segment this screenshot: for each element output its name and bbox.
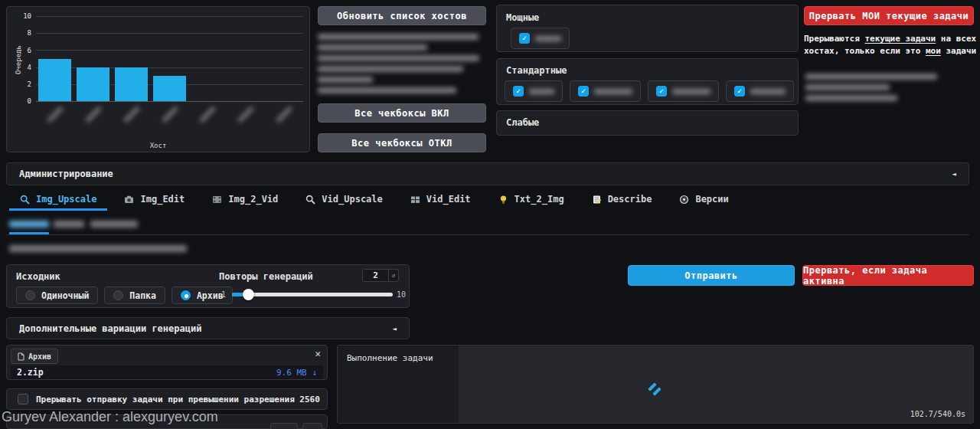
accordion-collapse-icon: ◄ (952, 170, 956, 178)
radio-single[interactable]: Одиночный (16, 287, 98, 304)
tab-versions[interactable]: Версии (668, 190, 739, 211)
radio-folder[interactable]: Папка (104, 287, 165, 304)
checkbox-checked-icon: ✓ (578, 86, 589, 97)
clipped-bottom-panel (6, 414, 328, 429)
resolution-limit-label: Прерывать отправку задачи при превышении… (36, 395, 320, 404)
host-checkbox[interactable]: ✓ (505, 80, 563, 102)
admin-accordion[interactable]: Администрирование ◄ (6, 162, 969, 185)
group-standard-label: Стандартные (506, 65, 798, 76)
chart-xlabel: Хост (7, 142, 309, 149)
blurred-host-name (535, 36, 561, 41)
clock-icon (679, 195, 689, 205)
group-powerful-label: Мощные (506, 12, 798, 23)
blurred-xtick-label (123, 106, 140, 123)
tab-vid-edit[interactable]: Vid_Edit (400, 190, 482, 211)
checkbox-checked-icon: ✓ (513, 86, 524, 97)
group-standard: Стандартные ✓ ✓ ✓ ✓ (496, 58, 799, 105)
all-checkboxes-on-button[interactable]: Все чекбоксы ВКЛ (318, 103, 486, 123)
host-checkbox[interactable]: ✓ (726, 80, 794, 102)
queue-chart: Очередь 10 8 6 4 2 0 (6, 6, 310, 152)
memo-icon (592, 195, 602, 205)
interrupt-my-tasks-button[interactable]: Прервать МОИ текущие задачи (804, 6, 974, 25)
tab-img-edit[interactable]: Img_Edit (113, 190, 195, 211)
blurred-note-text (805, 74, 947, 101)
group-weak: Слабые (496, 110, 799, 136)
slider-min-label: 1 (221, 290, 226, 299)
tab-describe[interactable]: Describe (581, 190, 663, 211)
tab-img-upscale[interactable]: Img_Upscale (9, 190, 107, 211)
checkbox-checked-icon: ✓ (734, 86, 745, 97)
loading-spinner-icon (648, 382, 663, 398)
interrupt-if-active-button[interactable]: Прервать, если задача активна (802, 265, 974, 286)
task-label: Выполнение задачи (338, 345, 459, 363)
tab-vid-upscale[interactable]: Vid_Upscale (295, 190, 393, 211)
chart-xticks (36, 103, 303, 134)
interrupt-note: Прерываются текущие задачи на всех хоста… (804, 33, 977, 57)
ytick: 4 (15, 64, 31, 71)
task-label-box: Выполнение задачи (338, 345, 459, 423)
blurred-host-name (594, 89, 632, 94)
blurred-xtick-label (85, 106, 102, 123)
subtab[interactable] (90, 221, 138, 230)
chart-bar (38, 59, 71, 102)
grid-icon (410, 195, 420, 205)
magnifier-icon (20, 195, 30, 205)
blurred-xtick-label (276, 106, 292, 123)
admin-accordion-label: Администрирование (19, 169, 113, 179)
send-button[interactable]: Отправить (628, 265, 795, 286)
film-icon (212, 195, 222, 205)
blurred-xtick-label (199, 106, 216, 123)
subtab[interactable] (54, 221, 84, 230)
bulb-icon (498, 195, 508, 205)
chart-plot-area (36, 16, 303, 102)
subtabs-divider (6, 234, 969, 235)
reset-icon[interactable]: ↺ (388, 270, 398, 281)
ytick: 0 (15, 97, 31, 105)
resolution-limit-checkbox-row[interactable]: ✓ Прерывать отправку задачи при превышен… (6, 388, 328, 410)
group-weak-label: Слабые (506, 117, 798, 128)
group-powerful: Мощные ✓ (496, 5, 799, 52)
repeats-slider-handle[interactable] (243, 289, 254, 300)
chart-bar (153, 76, 186, 101)
blurred-host-name (750, 89, 786, 94)
repeats-number-input[interactable]: 2 ↺ (362, 269, 399, 282)
host-checkbox[interactable]: ✓ (570, 80, 641, 102)
subtab-active[interactable] (9, 221, 49, 230)
checkbox-checked-icon: ✓ (519, 33, 530, 44)
host-checkbox[interactable]: ✓ (648, 80, 719, 102)
magnifier-icon (305, 195, 315, 205)
blurred-description-text (9, 245, 187, 252)
camera-icon (124, 195, 134, 205)
clipped-button[interactable] (270, 423, 298, 429)
radio-icon (25, 290, 35, 300)
ytick: 8 (15, 29, 31, 37)
refresh-hosts-button[interactable]: Обновить список хостов (318, 6, 486, 25)
task-progress-panel: Выполнение задачи 102.7/540.0s (337, 345, 974, 424)
ytick: 6 (15, 47, 31, 54)
blurred-xtick-label (237, 106, 254, 123)
clipped-button[interactable] (302, 423, 322, 429)
variations-accordion[interactable]: Дополнительные вариации генераций ◄ (6, 317, 410, 339)
repeats-slider-track[interactable] (232, 293, 393, 296)
file-download-link[interactable]: 9.6 MB ↓ (276, 368, 317, 378)
ytick: 10 (15, 12, 31, 20)
tab-txt-2-img[interactable]: Txt_2_Img (488, 190, 575, 211)
blurred-host-name (672, 89, 710, 94)
tab-img-2-vid[interactable]: Img_2_Vid (201, 190, 289, 211)
close-icon[interactable]: ✕ (315, 348, 321, 359)
file-card-label: Архив (11, 349, 58, 364)
file-row: 2.zip 9.6 MB ↓ (11, 365, 323, 379)
checkbox-checked-icon: ✓ (656, 86, 667, 97)
app-root: Очередь 10 8 6 4 2 0 (0, 0, 980, 429)
main-tabs: Img_Upscale Img_Edit Img_2_Vid Vid_Upsca… (9, 190, 740, 211)
checkbox-unchecked-icon[interactable]: ✓ (18, 394, 28, 404)
download-icon: ↓ (312, 368, 317, 378)
radio-icon (113, 290, 123, 300)
accordion-collapse-icon: ◄ (393, 325, 397, 332)
chart-bars (36, 16, 303, 101)
all-checkboxes-off-button[interactable]: Все чекбоксы ОТКЛ (318, 133, 486, 152)
slider-max-label: 10 (397, 290, 406, 299)
file-name: 2.zip (17, 367, 44, 378)
ytick: 2 (15, 80, 31, 88)
host-checkbox[interactable]: ✓ (511, 28, 570, 49)
